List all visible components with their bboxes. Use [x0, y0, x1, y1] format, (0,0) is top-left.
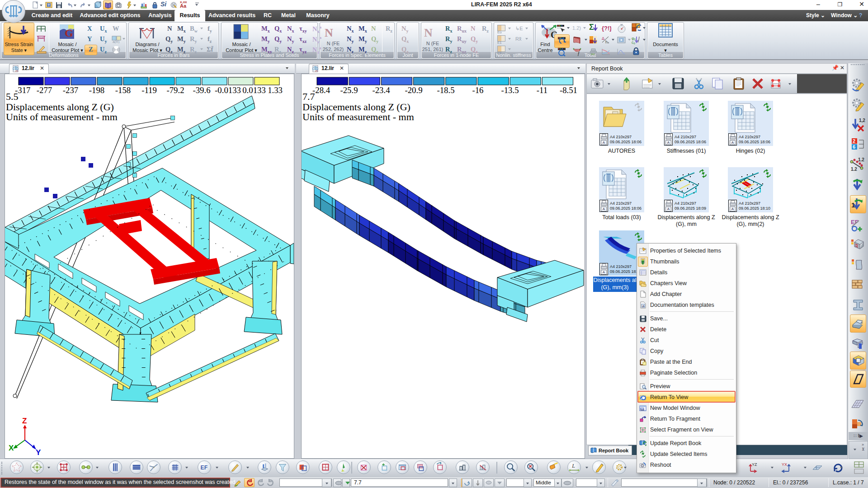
svg-text:-198: -198: [89, 85, 104, 95]
svg-text:Z: Z: [22, 417, 27, 425]
svg-text:5.5: 5.5: [6, 91, 19, 102]
svg-text:-8.51: -8.51: [560, 85, 577, 95]
svg-text:Δ: Δ: [602, 36, 604, 41]
svg-text:1.2): 1.2): [572, 25, 581, 31]
svg-text:YZ: YZ: [752, 462, 757, 467]
svg-text:-0.0133: -0.0133: [215, 85, 241, 95]
svg-text:0.0133: 0.0133: [242, 85, 266, 95]
svg-text:-16: -16: [472, 85, 483, 95]
svg-text:1.2: 1.2: [851, 167, 857, 172]
svg-text:YX: YX: [782, 462, 787, 467]
svg-text:-277: -277: [37, 85, 52, 95]
svg-text:2: 2: [853, 138, 855, 144]
svg-text:hₛ: hₛ: [605, 40, 609, 44]
svg-text:cₒ: cₒ: [632, 40, 636, 45]
svg-text:L: L: [571, 462, 575, 469]
svg-text:Σ: Σ: [589, 23, 594, 32]
svg-text:a(X): a(X): [113, 40, 119, 43]
svg-text:-23.4: -23.4: [372, 85, 390, 95]
svg-text:-13.5: -13.5: [501, 85, 519, 95]
svg-text:25: 25: [15, 70, 18, 72]
svg-text:-158: -158: [115, 85, 131, 95]
svg-text:-18.5: -18.5: [437, 85, 454, 95]
svg-text:-237: -237: [63, 85, 78, 95]
svg-text:X: X: [9, 444, 14, 452]
svg-text:f: f: [578, 51, 580, 56]
svg-text:Units of measurement - mm: Units of measurement - mm: [6, 111, 118, 122]
svg-text:-28.4: -28.4: [312, 85, 330, 95]
svg-text:-79.2: -79.2: [166, 85, 184, 95]
svg-text:-39.6: -39.6: [193, 85, 210, 95]
svg-text:-11: -11: [537, 85, 547, 95]
svg-text:25: 25: [315, 70, 318, 72]
svg-text:{?!}: {?!}: [602, 25, 611, 32]
svg-text:1,2: 1,2: [859, 118, 865, 123]
svg-text:-119: -119: [142, 85, 157, 95]
svg-text:G: G: [65, 27, 73, 39]
svg-text:1.33: 1.33: [268, 85, 283, 95]
svg-text:6: 6: [853, 144, 855, 150]
svg-text:new: new: [641, 409, 645, 411]
svg-text:7.7: 7.7: [302, 91, 315, 102]
svg-text:-25.9: -25.9: [340, 85, 358, 95]
svg-text:EF: EF: [200, 464, 208, 470]
svg-text:A: A: [642, 305, 645, 308]
svg-text:Units of measurement - mm: Units of measurement - mm: [302, 111, 414, 122]
svg-text:1.2: 1.2: [858, 157, 864, 162]
svg-text:-20.9: -20.9: [405, 85, 422, 95]
svg-text:Y: Y: [36, 448, 41, 457]
